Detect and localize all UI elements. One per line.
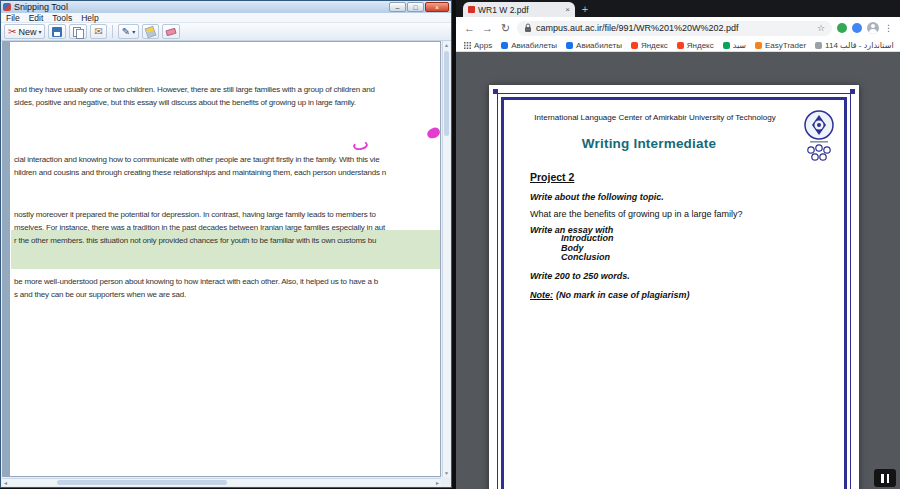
bookmark-item[interactable]: Яндекс — [631, 41, 668, 50]
bookmark-favicon — [723, 42, 730, 49]
menu-edit[interactable]: Edit — [29, 13, 44, 23]
captured-window-edge — [3, 42, 10, 476]
captured-text-line: sides, positive and negative, but this e… — [14, 98, 356, 107]
window-title: Snipping Tool — [14, 2, 68, 12]
plagiarism-note: Note:(No mark in case of plagiarism) — [530, 290, 690, 300]
bookmark-label: EasyTrader — [765, 41, 806, 50]
scroll-left-arrow[interactable]: ◄ — [3, 479, 8, 487]
lock-icon — [524, 23, 532, 33]
horizontal-scrollbar[interactable]: ◄ ► — [2, 478, 441, 486]
eraser-button[interactable] — [162, 24, 180, 39]
bookmark-favicon — [755, 42, 762, 49]
new-snip-button[interactable]: ✂ New ▾ — [4, 24, 45, 39]
desktop: Snipping Tool – □ × File Edit Tools Help… — [0, 0, 900, 489]
university-logo — [795, 109, 843, 165]
pen-annotation — [352, 140, 368, 151]
menu-bar: File Edit Tools Help — [1, 13, 451, 23]
highlighter-icon — [145, 25, 157, 37]
snipping-toolbar: ✂ New ▾ ✉ ✎ ▾ — [1, 23, 451, 41]
minimize-button[interactable]: – — [389, 2, 406, 12]
bookmark-label: Apps — [474, 41, 492, 50]
save-button[interactable] — [48, 24, 66, 39]
outline-item: Conclusion — [561, 253, 614, 263]
pen-icon: ✎ — [122, 27, 130, 37]
captured-text-line: be more well-understood person about kno… — [14, 277, 378, 286]
pdf-header-text: International Language Center of Amirkab… — [517, 113, 793, 122]
new-tab-button[interactable]: + — [578, 3, 592, 15]
pdf-favicon — [468, 6, 475, 13]
captured-text-line: and they have usually one or two childre… — [14, 85, 375, 94]
captured-text-line: s and they can be our supporters when we… — [14, 290, 186, 299]
browser-tab[interactable]: WR1 W 2.pdf × — [463, 2, 575, 17]
menu-tools[interactable]: Tools — [52, 13, 72, 23]
bookmark-favicon — [501, 42, 508, 49]
scrollbar-thumb[interactable] — [444, 51, 449, 136]
bookmark-label: Авиабилеты — [576, 41, 622, 50]
bookmark-favicon — [566, 42, 573, 49]
topic-intro-line: Write about the following topic. — [530, 192, 664, 202]
copy-icon — [73, 27, 83, 37]
note-text: (No mark in case of plagiarism) — [556, 290, 690, 300]
border-corner-ornament — [493, 89, 498, 94]
project-heading: Project 2 — [530, 171, 574, 183]
scrollbar-thumb[interactable] — [57, 480, 227, 485]
save-icon — [52, 27, 62, 37]
maximize-button[interactable]: □ — [407, 2, 424, 12]
email-button[interactable]: ✉ — [90, 24, 106, 39]
bookmark-label: Яндекс — [687, 41, 714, 50]
menu-help[interactable]: Help — [81, 13, 98, 23]
scissors-icon: ✂ — [8, 27, 16, 37]
tab-strip: WR1 W 2.pdf × + — [456, 0, 900, 17]
scroll-up-arrow[interactable]: ▲ — [444, 41, 449, 49]
capture-area: and they have usually one or two childre… — [2, 41, 441, 477]
forward-button[interactable]: → — [481, 22, 494, 34]
captured-text-line: cial interaction and knowing how to comm… — [14, 155, 379, 164]
back-button[interactable]: ← — [463, 22, 476, 34]
bookmark-star-icon[interactable]: ☆ — [817, 23, 825, 33]
captured-text-line: nostly moreover it prepared the potentia… — [14, 210, 376, 219]
copy-button[interactable] — [69, 24, 87, 39]
close-button[interactable]: × — [425, 2, 449, 12]
bookmark-favicon — [631, 42, 638, 49]
word-count-line: Write 200 to 250 words. — [530, 271, 630, 281]
address-bar[interactable]: campus.aut.ac.ir/file/991/WR%201%20W%202… — [517, 21, 832, 36]
apps-shortcut[interactable]: Apps — [464, 41, 492, 50]
pen-button[interactable]: ✎ ▾ — [118, 24, 139, 39]
captured-text-line: mselves. For instance, there was a tradi… — [14, 223, 385, 232]
profile-avatar[interactable] — [867, 22, 879, 34]
bookmark-item[interactable]: استاندارد - قالب 114 — [815, 41, 894, 50]
extension-icon[interactable] — [852, 23, 862, 33]
essay-outline: Introduction Body Conclusion — [561, 234, 614, 263]
tab-close-icon[interactable]: × — [565, 5, 570, 14]
bookmark-favicon — [677, 42, 684, 49]
apps-grid-icon — [464, 42, 471, 49]
browser-menu-icon[interactable]: ⋮ — [884, 23, 893, 33]
bookmark-label: Авиабилеты — [511, 41, 557, 50]
window-controls: – □ × — [389, 2, 449, 12]
scroll-down-arrow[interactable]: ▼ — [444, 469, 449, 477]
pen-annotation — [426, 126, 441, 139]
reload-button[interactable]: ↻ — [499, 22, 512, 35]
extension-icon[interactable] — [837, 23, 847, 33]
toolbar-separator — [112, 25, 113, 38]
bookmark-label: Яндекс — [641, 41, 668, 50]
url-text: campus.aut.ac.ir/file/991/WR%201%20W%202… — [536, 23, 813, 33]
scroll-right-arrow[interactable]: ► — [435, 479, 440, 487]
chevron-down-icon: ▾ — [38, 28, 41, 35]
captured-text-line: hildren and cousins and through creating… — [14, 168, 386, 177]
vertical-scrollbar[interactable]: ▲ ▼ — [442, 41, 450, 477]
new-button-label: New — [18, 27, 36, 37]
highlighter-button[interactable] — [142, 24, 159, 39]
bookmark-item[interactable]: سبد — [723, 41, 746, 50]
bookmark-item[interactable]: Яндекс — [677, 41, 714, 50]
bookmark-item[interactable]: Авиабилеты — [566, 41, 622, 50]
bookmarks-bar: Apps Авиабилеты Авиабилеты Яндекс Яндекс… — [456, 39, 900, 52]
title-bar[interactable]: Snipping Tool – □ × — [1, 1, 451, 13]
bookmark-label: استاندارد - قالب 114 — [825, 41, 894, 50]
pause-button[interactable] — [874, 469, 896, 487]
menu-file[interactable]: File — [6, 13, 20, 23]
snipping-tool-icon — [3, 3, 11, 11]
bookmark-item[interactable]: EasyTrader — [755, 41, 806, 50]
bookmark-item[interactable]: Авиабилеты — [501, 41, 557, 50]
snipping-tool-window: Snipping Tool – □ × File Edit Tools Help… — [0, 0, 452, 488]
